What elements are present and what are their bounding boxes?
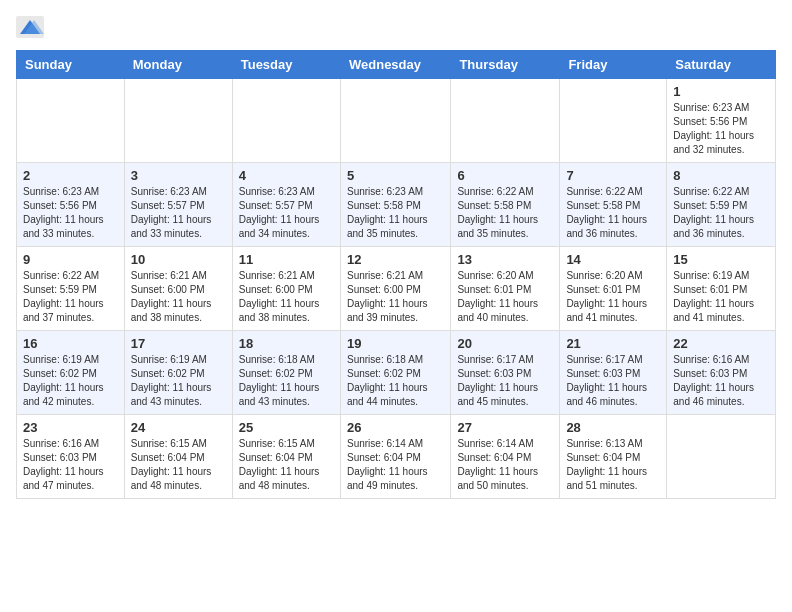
day-cell xyxy=(451,79,560,163)
weekday-header-monday: Monday xyxy=(124,51,232,79)
day-cell: 10Sunrise: 6:21 AM Sunset: 6:00 PM Dayli… xyxy=(124,247,232,331)
day-info: Sunrise: 6:18 AM Sunset: 6:02 PM Dayligh… xyxy=(239,353,334,409)
day-cell: 2Sunrise: 6:23 AM Sunset: 5:56 PM Daylig… xyxy=(17,163,125,247)
day-number: 12 xyxy=(347,252,444,267)
day-cell: 3Sunrise: 6:23 AM Sunset: 5:57 PM Daylig… xyxy=(124,163,232,247)
day-info: Sunrise: 6:23 AM Sunset: 5:58 PM Dayligh… xyxy=(347,185,444,241)
day-cell: 27Sunrise: 6:14 AM Sunset: 6:04 PM Dayli… xyxy=(451,415,560,499)
week-row-4: 23Sunrise: 6:16 AM Sunset: 6:03 PM Dayli… xyxy=(17,415,776,499)
weekday-header-tuesday: Tuesday xyxy=(232,51,340,79)
weekday-header-sunday: Sunday xyxy=(17,51,125,79)
day-number: 6 xyxy=(457,168,553,183)
day-info: Sunrise: 6:15 AM Sunset: 6:04 PM Dayligh… xyxy=(131,437,226,493)
logo xyxy=(16,16,48,38)
day-number: 23 xyxy=(23,420,118,435)
day-info: Sunrise: 6:23 AM Sunset: 5:56 PM Dayligh… xyxy=(673,101,769,157)
day-number: 7 xyxy=(566,168,660,183)
day-number: 14 xyxy=(566,252,660,267)
day-cell xyxy=(560,79,667,163)
day-info: Sunrise: 6:23 AM Sunset: 5:57 PM Dayligh… xyxy=(239,185,334,241)
day-number: 15 xyxy=(673,252,769,267)
day-number: 18 xyxy=(239,336,334,351)
day-cell: 16Sunrise: 6:19 AM Sunset: 6:02 PM Dayli… xyxy=(17,331,125,415)
weekday-header-friday: Friday xyxy=(560,51,667,79)
day-info: Sunrise: 6:16 AM Sunset: 6:03 PM Dayligh… xyxy=(23,437,118,493)
day-cell: 15Sunrise: 6:19 AM Sunset: 6:01 PM Dayli… xyxy=(667,247,776,331)
day-number: 2 xyxy=(23,168,118,183)
day-number: 28 xyxy=(566,420,660,435)
weekday-header-saturday: Saturday xyxy=(667,51,776,79)
day-cell: 12Sunrise: 6:21 AM Sunset: 6:00 PM Dayli… xyxy=(340,247,450,331)
day-info: Sunrise: 6:21 AM Sunset: 6:00 PM Dayligh… xyxy=(347,269,444,325)
day-info: Sunrise: 6:13 AM Sunset: 6:04 PM Dayligh… xyxy=(566,437,660,493)
day-number: 25 xyxy=(239,420,334,435)
day-cell: 28Sunrise: 6:13 AM Sunset: 6:04 PM Dayli… xyxy=(560,415,667,499)
day-cell: 6Sunrise: 6:22 AM Sunset: 5:58 PM Daylig… xyxy=(451,163,560,247)
day-cell xyxy=(17,79,125,163)
day-info: Sunrise: 6:19 AM Sunset: 6:01 PM Dayligh… xyxy=(673,269,769,325)
day-cell: 24Sunrise: 6:15 AM Sunset: 6:04 PM Dayli… xyxy=(124,415,232,499)
day-info: Sunrise: 6:14 AM Sunset: 6:04 PM Dayligh… xyxy=(347,437,444,493)
day-cell: 4Sunrise: 6:23 AM Sunset: 5:57 PM Daylig… xyxy=(232,163,340,247)
day-number: 4 xyxy=(239,168,334,183)
day-number: 13 xyxy=(457,252,553,267)
day-cell: 18Sunrise: 6:18 AM Sunset: 6:02 PM Dayli… xyxy=(232,331,340,415)
day-info: Sunrise: 6:20 AM Sunset: 6:01 PM Dayligh… xyxy=(457,269,553,325)
day-cell: 1Sunrise: 6:23 AM Sunset: 5:56 PM Daylig… xyxy=(667,79,776,163)
day-info: Sunrise: 6:18 AM Sunset: 6:02 PM Dayligh… xyxy=(347,353,444,409)
day-number: 3 xyxy=(131,168,226,183)
day-cell: 21Sunrise: 6:17 AM Sunset: 6:03 PM Dayli… xyxy=(560,331,667,415)
day-info: Sunrise: 6:16 AM Sunset: 6:03 PM Dayligh… xyxy=(673,353,769,409)
day-cell xyxy=(124,79,232,163)
day-number: 24 xyxy=(131,420,226,435)
calendar: SundayMondayTuesdayWednesdayThursdayFrid… xyxy=(16,50,776,499)
day-info: Sunrise: 6:22 AM Sunset: 5:58 PM Dayligh… xyxy=(457,185,553,241)
day-cell: 11Sunrise: 6:21 AM Sunset: 6:00 PM Dayli… xyxy=(232,247,340,331)
day-info: Sunrise: 6:21 AM Sunset: 6:00 PM Dayligh… xyxy=(131,269,226,325)
day-info: Sunrise: 6:17 AM Sunset: 6:03 PM Dayligh… xyxy=(566,353,660,409)
day-cell: 14Sunrise: 6:20 AM Sunset: 6:01 PM Dayli… xyxy=(560,247,667,331)
day-info: Sunrise: 6:19 AM Sunset: 6:02 PM Dayligh… xyxy=(23,353,118,409)
day-number: 22 xyxy=(673,336,769,351)
day-cell: 17Sunrise: 6:19 AM Sunset: 6:02 PM Dayli… xyxy=(124,331,232,415)
day-info: Sunrise: 6:22 AM Sunset: 5:59 PM Dayligh… xyxy=(23,269,118,325)
day-info: Sunrise: 6:23 AM Sunset: 5:56 PM Dayligh… xyxy=(23,185,118,241)
day-number: 26 xyxy=(347,420,444,435)
day-cell: 5Sunrise: 6:23 AM Sunset: 5:58 PM Daylig… xyxy=(340,163,450,247)
day-number: 8 xyxy=(673,168,769,183)
header xyxy=(16,16,776,38)
day-cell: 19Sunrise: 6:18 AM Sunset: 6:02 PM Dayli… xyxy=(340,331,450,415)
weekday-header-thursday: Thursday xyxy=(451,51,560,79)
day-number: 20 xyxy=(457,336,553,351)
day-info: Sunrise: 6:22 AM Sunset: 5:58 PM Dayligh… xyxy=(566,185,660,241)
day-info: Sunrise: 6:14 AM Sunset: 6:04 PM Dayligh… xyxy=(457,437,553,493)
weekday-header-row: SundayMondayTuesdayWednesdayThursdayFrid… xyxy=(17,51,776,79)
day-info: Sunrise: 6:21 AM Sunset: 6:00 PM Dayligh… xyxy=(239,269,334,325)
day-number: 27 xyxy=(457,420,553,435)
week-row-3: 16Sunrise: 6:19 AM Sunset: 6:02 PM Dayli… xyxy=(17,331,776,415)
day-number: 11 xyxy=(239,252,334,267)
day-info: Sunrise: 6:17 AM Sunset: 6:03 PM Dayligh… xyxy=(457,353,553,409)
day-cell xyxy=(232,79,340,163)
day-cell: 23Sunrise: 6:16 AM Sunset: 6:03 PM Dayli… xyxy=(17,415,125,499)
day-cell: 26Sunrise: 6:14 AM Sunset: 6:04 PM Dayli… xyxy=(340,415,450,499)
day-info: Sunrise: 6:15 AM Sunset: 6:04 PM Dayligh… xyxy=(239,437,334,493)
day-cell: 7Sunrise: 6:22 AM Sunset: 5:58 PM Daylig… xyxy=(560,163,667,247)
day-info: Sunrise: 6:23 AM Sunset: 5:57 PM Dayligh… xyxy=(131,185,226,241)
day-cell: 25Sunrise: 6:15 AM Sunset: 6:04 PM Dayli… xyxy=(232,415,340,499)
day-number: 1 xyxy=(673,84,769,99)
day-cell: 20Sunrise: 6:17 AM Sunset: 6:03 PM Dayli… xyxy=(451,331,560,415)
week-row-0: 1Sunrise: 6:23 AM Sunset: 5:56 PM Daylig… xyxy=(17,79,776,163)
day-number: 17 xyxy=(131,336,226,351)
logo-icon xyxy=(16,16,44,38)
weekday-header-wednesday: Wednesday xyxy=(340,51,450,79)
day-info: Sunrise: 6:20 AM Sunset: 6:01 PM Dayligh… xyxy=(566,269,660,325)
day-cell: 8Sunrise: 6:22 AM Sunset: 5:59 PM Daylig… xyxy=(667,163,776,247)
day-cell: 9Sunrise: 6:22 AM Sunset: 5:59 PM Daylig… xyxy=(17,247,125,331)
day-info: Sunrise: 6:19 AM Sunset: 6:02 PM Dayligh… xyxy=(131,353,226,409)
day-number: 9 xyxy=(23,252,118,267)
day-number: 16 xyxy=(23,336,118,351)
week-row-2: 9Sunrise: 6:22 AM Sunset: 5:59 PM Daylig… xyxy=(17,247,776,331)
week-row-1: 2Sunrise: 6:23 AM Sunset: 5:56 PM Daylig… xyxy=(17,163,776,247)
day-cell xyxy=(667,415,776,499)
